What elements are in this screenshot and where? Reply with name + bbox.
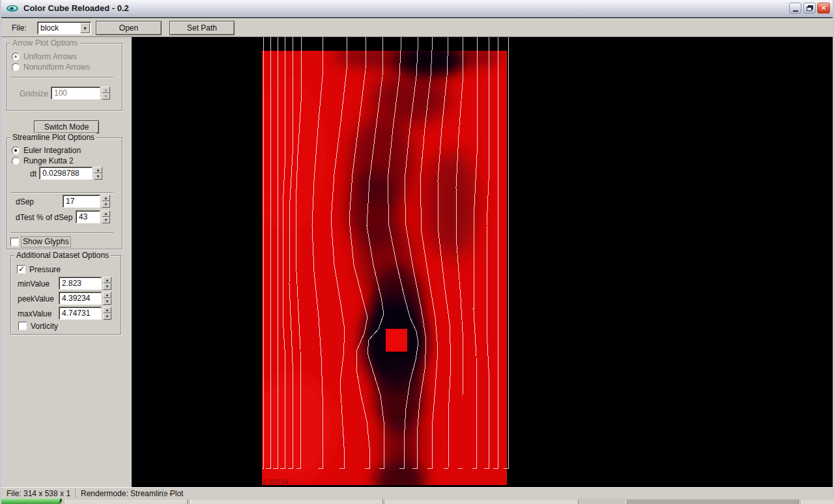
pressure-checkbox[interactable]: [17, 265, 25, 273]
peekvalue-spinner: ▲▼: [103, 292, 111, 305]
streamline-plot-options-title: Streamline Plot Options: [10, 133, 96, 142]
gridsize-spinner: ▲▼: [102, 87, 110, 100]
spin-up-icon[interactable]: ▲: [103, 307, 111, 313]
control-sidebar: Arrow Plot Options Uniform Arrows Nonuni…: [1, 37, 132, 487]
minvalue-input[interactable]: 2.823: [59, 277, 102, 290]
open-button[interactable]: Open: [96, 21, 162, 35]
nonuniform-arrows-radio[interactable]: [12, 63, 20, 71]
maxvalue-input[interactable]: 4.74731: [59, 307, 102, 320]
euler-integration-radio[interactable]: [12, 147, 20, 154]
title-bar[interactable]: Color Cube Reloaded - 0.2 ✕: [1, 0, 833, 18]
colormap-peek-value-label: 4.39234: [263, 478, 289, 486]
dt-input[interactable]: 0.0298788: [39, 167, 93, 180]
spin-down-icon[interactable]: ▼: [102, 201, 110, 208]
gridsize-label: Gridsize: [20, 89, 48, 98]
spin-up-icon[interactable]: ▲: [94, 167, 102, 173]
main-area: Arrow Plot Options Uniform Arrows Nonuni…: [1, 37, 833, 487]
taskbar-button-active[interactable]: [626, 499, 799, 504]
maxvalue-spinner: ▲▼: [103, 307, 111, 320]
spin-up-icon[interactable]: ▲: [103, 277, 111, 283]
vorticity-checkbox[interactable]: [18, 322, 27, 330]
minimize-button[interactable]: [789, 3, 801, 14]
status-bar: File: 314 x 538 x 1 Rendermode: Streamli…: [1, 487, 833, 499]
spin-up-icon[interactable]: ▲: [102, 87, 110, 93]
dsep-label: dSep: [16, 197, 34, 206]
pressure-label: Pressure: [29, 265, 61, 274]
dsep-input[interactable]: 17: [63, 195, 100, 208]
taskbar-button[interactable]: [190, 499, 383, 504]
switch-mode-button[interactable]: Switch Mode: [34, 120, 99, 133]
runge-kutta-label: Runge Kutta 2: [23, 156, 74, 165]
dtest-label: dTest % of dSep: [16, 213, 72, 222]
spin-down-icon[interactable]: ▼: [102, 93, 110, 100]
app-window: Color Cube Reloaded - 0.2 ✕ File: block …: [0, 0, 834, 504]
status-divider: [76, 488, 76, 498]
file-combobox-value: block: [40, 23, 59, 33]
window-title: Color Cube Reloaded - 0.2: [23, 3, 129, 13]
euler-integration-label: Euler Integration: [23, 146, 81, 155]
taskbar-button[interactable]: [386, 499, 579, 504]
separator: [10, 77, 113, 77]
dt-spinner: ▲▼: [94, 167, 102, 180]
status-rendermode: Rendermode: Streamline Plot: [81, 489, 183, 498]
status-divider: [163, 488, 164, 498]
uniform-arrows-label: Uniform Arrows: [23, 52, 77, 61]
spin-down-icon[interactable]: ▼: [103, 283, 111, 290]
minvalue-spinner: ▲▼: [103, 277, 111, 290]
spin-up-icon[interactable]: ▲: [103, 292, 111, 298]
spin-down-icon[interactable]: ▼: [94, 173, 102, 180]
minvalue-label: minValue: [18, 279, 50, 288]
nonuniform-arrows-label: Nonuniform Arrows: [23, 63, 90, 72]
restore-button[interactable]: [803, 3, 816, 14]
show-glyphs-label: Show Glyphs: [22, 237, 70, 247]
set-path-button[interactable]: Set Path: [169, 21, 235, 35]
uniform-arrows-radio[interactable]: [12, 53, 20, 61]
peekvalue-label: peekValue: [18, 294, 54, 303]
show-glyphs-checkbox[interactable]: [10, 238, 19, 246]
spin-down-icon[interactable]: ▼: [103, 313, 111, 320]
peekvalue-input[interactable]: 4.39234: [59, 292, 102, 305]
spin-down-icon[interactable]: ▼: [103, 298, 111, 305]
gridsize-input[interactable]: 100: [51, 87, 100, 100]
taskbar-button[interactable]: [65, 499, 188, 504]
dt-label: dt: [30, 169, 36, 178]
status-file-info: File: 314 x 538 x 1: [7, 489, 70, 498]
streamline-plot[interactable]: 4.39234: [261, 37, 509, 487]
spin-down-icon[interactable]: ▼: [102, 217, 110, 223]
separator: [10, 192, 113, 193]
file-label: File:: [12, 23, 27, 33]
additional-dataset-options-title: Additional Dataset Options: [14, 251, 111, 260]
file-combobox[interactable]: block ▼: [37, 21, 91, 35]
spin-up-icon[interactable]: ▲: [102, 210, 110, 217]
vorticity-label: Vorticity: [31, 322, 58, 331]
status-extra: –: [169, 489, 174, 498]
dtest-input[interactable]: 43: [76, 210, 100, 223]
taskbar-sliver: [1, 499, 834, 504]
close-button[interactable]: ✕: [817, 3, 830, 14]
dtest-spinner: ▲▼: [102, 210, 110, 223]
chevron-down-icon[interactable]: ▼: [80, 23, 90, 33]
render-viewport[interactable]: 4.39234: [132, 37, 833, 487]
taskbar-button[interactable]: [801, 499, 834, 504]
dsep-spinner: ▲▼: [102, 195, 110, 208]
toolbar: File: block ▼ Open Set Path: [1, 18, 833, 37]
spin-up-icon[interactable]: ▲: [102, 195, 110, 201]
runge-kutta-radio[interactable]: [12, 157, 20, 165]
maxvalue-label: maxValue: [18, 309, 51, 318]
separator: [10, 232, 113, 233]
start-button[interactable]: [1, 499, 62, 504]
app-icon: [6, 4, 19, 13]
arrow-plot-options-title: Arrow Plot Options: [10, 38, 79, 48]
